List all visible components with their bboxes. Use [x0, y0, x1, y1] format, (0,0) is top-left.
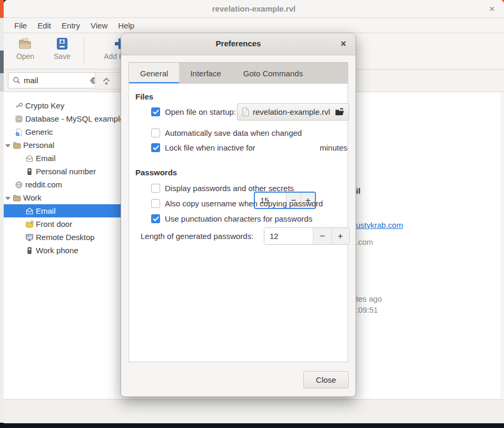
tree-item-label: Personal number: [36, 167, 96, 176]
phone-icon: [25, 246, 34, 255]
autosave-row: Automatically save data when changed: [151, 128, 302, 137]
dialog-titlebar[interactable]: Preferences ×: [121, 33, 355, 55]
display-passwords-label: Display passwords and other secrets: [165, 184, 294, 193]
check-icon: [153, 145, 159, 151]
close-button[interactable]: Close: [303, 371, 349, 389]
open-file-icon: [335, 108, 344, 116]
open-folder-icon: [18, 37, 33, 50]
entry-updated-fragment: tes ago: [356, 294, 382, 303]
key-icon: [15, 102, 23, 110]
tab-content-general: Files Open file on startup: revelation-e…: [129, 83, 348, 362]
generic-icon: [15, 128, 23, 136]
check-icon: [153, 110, 159, 115]
entry-email-fragment: .com: [356, 237, 373, 246]
menu-file[interactable]: File: [9, 19, 32, 32]
display-passwords-checkbox[interactable]: [151, 184, 160, 193]
window-title: revelation-example.rvl: [4, 4, 504, 13]
entry-url-link[interactable]: ustykrab.com: [356, 221, 403, 230]
tree-item-label: Email: [36, 206, 56, 215]
tab-goto-commands[interactable]: Goto Commands: [232, 63, 314, 84]
close-button-label: Close: [316, 375, 336, 384]
background-window-sliver: [0, 73, 4, 92]
entry-title-fragment: il: [356, 186, 360, 195]
menu-edit[interactable]: Edit: [32, 19, 56, 32]
document-icon: [242, 107, 249, 116]
open-on-startup-checkbox[interactable]: [151, 107, 160, 116]
autosave-checkbox[interactable]: [151, 128, 160, 137]
entry-detail-panel: [355, 92, 500, 399]
tab-general[interactable]: General: [129, 63, 179, 84]
lock-file-label: Lock file when inactive for: [165, 143, 255, 152]
database-icon: [15, 115, 23, 123]
menu-entry[interactable]: Entry: [56, 19, 85, 32]
punctuation-checkbox[interactable]: [151, 214, 160, 223]
desktop-edge: [0, 423, 504, 428]
password-length-spinbutton: 12 − +: [264, 227, 350, 245]
window-close-icon[interactable]: ×: [486, 3, 498, 15]
dialog-close-icon[interactable]: ×: [337, 37, 350, 51]
remote-desktop-icon: [25, 233, 34, 242]
background-window-sliver: [0, 0, 4, 18]
save-icon: [56, 37, 68, 50]
open-button[interactable]: Open: [9, 36, 42, 66]
copy-username-label: Also copy username when copying password: [165, 199, 323, 208]
save-button-label: Save: [46, 52, 78, 61]
expander-icon[interactable]: [5, 144, 11, 147]
door-icon: [25, 220, 34, 228]
screen: revelation-example.rvl × File Edit Entry…: [0, 0, 504, 428]
entry-timestamp-fragment: :09:51: [356, 305, 378, 314]
dialog-tabbar: General Interface Goto Commands: [129, 62, 348, 84]
spin-decrement-button[interactable]: −: [313, 228, 331, 244]
startup-file-chooser-button[interactable]: revelation-example.rvl: [237, 103, 349, 121]
titlebar[interactable]: revelation-example.rvl ×: [4, 0, 504, 18]
password-length-value[interactable]: 12: [264, 228, 313, 244]
password-length-label: Length of generated passwords:: [141, 232, 253, 241]
save-button[interactable]: Save: [46, 36, 78, 66]
open-on-startup-label: Open file on startup:: [165, 107, 236, 116]
phone-icon: [25, 167, 34, 176]
display-passwords-row: Display passwords and other secrets: [151, 184, 294, 193]
window-bottom-area: [4, 399, 504, 423]
lock-minutes-suffix: minutes: [320, 143, 348, 152]
menu-help[interactable]: Help: [113, 19, 140, 32]
tree-item-label: Work: [23, 193, 42, 202]
search-input[interactable]: mail: [8, 72, 103, 88]
background-window-sliver: [0, 18, 4, 51]
passwords-section-heading: Passwords: [135, 168, 177, 177]
find-previous-button[interactable]: [95, 72, 117, 89]
tree-item-label: Personal: [23, 141, 54, 150]
tab-label: Interface: [190, 69, 221, 78]
search-input-value: mail: [24, 76, 90, 85]
menu-view[interactable]: View: [85, 19, 113, 32]
tree-item-label: reddit.com: [25, 180, 62, 189]
check-icon: [153, 216, 159, 222]
tree-item-label: Generic: [25, 127, 53, 136]
background-window-sliver: [0, 92, 4, 423]
spin-increment-button[interactable]: +: [331, 228, 349, 244]
tab-label: General: [140, 69, 168, 78]
autosave-label: Automatically save data when changed: [165, 128, 302, 137]
tree-item-label: Front door: [36, 220, 72, 228]
folder-icon: [13, 194, 21, 202]
dialog-title: Preferences: [121, 39, 355, 48]
tab-label: Goto Commands: [243, 69, 303, 78]
punctuation-row: Use punctuation characters for passwords: [151, 214, 312, 223]
preferences-dialog: Preferences × General Interface Goto Com…: [121, 33, 356, 397]
toolbar-separator: [84, 37, 84, 64]
chevron-up-icon: [102, 76, 111, 86]
lock-file-checkbox[interactable]: [151, 143, 160, 152]
email-icon: [25, 207, 34, 215]
tree-item-label: Database - MySQL example: [25, 114, 124, 123]
open-on-startup-row: Open file on startup:: [151, 107, 236, 116]
website-icon: [15, 181, 23, 189]
startup-file-name: revelation-example.rvl: [253, 107, 331, 116]
copy-username-checkbox[interactable]: [151, 199, 160, 208]
tree-item-label: Work phone: [36, 246, 78, 255]
lock-file-row: Lock file when inactive for: [151, 143, 255, 152]
email-icon: [25, 154, 34, 163]
expander-icon[interactable]: [5, 197, 11, 200]
tree-item-label: Crypto Key: [25, 101, 64, 110]
menubar: File Edit Entry View Help: [4, 18, 504, 33]
tab-interface[interactable]: Interface: [179, 63, 232, 84]
tree-item-label: Email: [36, 154, 56, 163]
